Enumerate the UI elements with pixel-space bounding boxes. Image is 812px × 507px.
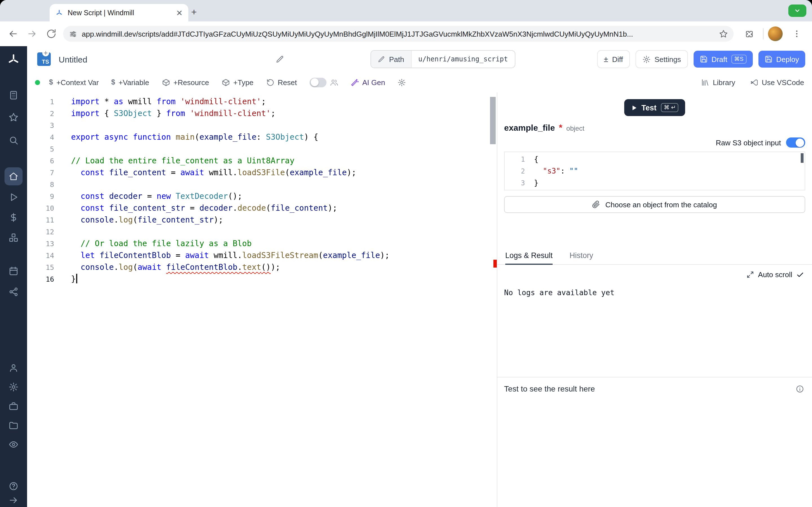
- path-label: Path: [389, 55, 404, 63]
- language-settings-icon[interactable]: [42, 50, 49, 56]
- tab-close-icon[interactable]: ✕: [176, 9, 183, 17]
- line-number: 12: [27, 226, 54, 238]
- line-number: 15: [27, 262, 54, 273]
- no-logs-message: No logs are available yet: [504, 288, 805, 297]
- ai-gen-button[interactable]: AI Gen: [350, 78, 385, 87]
- code-line: 1{: [505, 153, 805, 165]
- browser-tabstrip: New Script | Windmill ✕ +: [0, 0, 812, 21]
- browser-tab[interactable]: New Script | Windmill ✕: [50, 4, 188, 21]
- library-button[interactable]: Library: [701, 78, 735, 87]
- url-bar[interactable]: app.windmill.dev/scripts/add#JTdCJTIyaGF…: [63, 26, 733, 42]
- sidebar-item-home[interactable]: [4, 167, 22, 185]
- sidebar-collapse-icon[interactable]: [0, 492, 27, 507]
- editor-settings-button[interactable]: [398, 78, 406, 87]
- choose-object-button[interactable]: Choose an object from the catalog: [504, 196, 805, 213]
- sidebar-item-settings[interactable]: [0, 379, 27, 395]
- raw-s3-toggle[interactable]: [786, 137, 805, 148]
- code-line: 13 // Or load the file lazily as a Blob: [27, 238, 489, 249]
- sidebar-item-workspace[interactable]: [0, 398, 27, 414]
- info-icon[interactable]: [796, 385, 804, 393]
- sidebar-item-favorites[interactable]: [0, 109, 27, 125]
- add-type-button[interactable]: +Type: [221, 78, 254, 87]
- line-number: 5: [27, 143, 54, 155]
- multiplayer-toggle[interactable]: [309, 77, 338, 87]
- line-number: 2: [27, 108, 54, 119]
- package-icon: [161, 78, 170, 87]
- sidebar-item-runs[interactable]: [0, 189, 27, 205]
- code-line: 14 let fileContentBlob = await wmill.loa…: [27, 249, 489, 262]
- sidebar-item-resources[interactable]: [0, 230, 27, 245]
- script-title-input[interactable]: Untitled: [59, 54, 87, 64]
- tab-logs-result[interactable]: Logs & Result: [505, 248, 553, 265]
- draft-button[interactable]: Draft ⌘S: [693, 51, 753, 68]
- users-icon: [329, 78, 338, 87]
- reset-button[interactable]: Reset: [266, 78, 297, 87]
- add-variable-button[interactable]: $ +Variable: [111, 78, 149, 87]
- sidebar-item-apps[interactable]: [0, 87, 27, 103]
- multiplayer-switch[interactable]: [309, 77, 326, 87]
- save-icon: [700, 55, 707, 63]
- line-number: 11: [27, 214, 54, 226]
- play-icon: [631, 105, 637, 111]
- use-vscode-button[interactable]: Use VSCode: [750, 78, 804, 87]
- scrollbar-thumb[interactable]: [490, 97, 496, 144]
- sidebar-item-folders[interactable]: [0, 417, 27, 433]
- edit-path-icon: [378, 55, 385, 63]
- test-button[interactable]: Test ⌘ ↵: [624, 99, 686, 116]
- sidebar-item-user[interactable]: [0, 360, 27, 376]
- vscode-icon: [750, 78, 758, 87]
- text-caret: [77, 274, 77, 283]
- add-resource-button[interactable]: +Resource: [161, 78, 209, 87]
- typescript-badge: TS: [37, 52, 51, 66]
- dollar-icon: $: [49, 78, 53, 86]
- sidebar-item-flows[interactable]: [0, 284, 27, 300]
- sidebar-item-schedules[interactable]: [0, 263, 27, 279]
- code-line: 8: [27, 179, 489, 190]
- edit-title-icon[interactable]: [276, 55, 284, 63]
- argument-name: example_file: [504, 123, 555, 132]
- reload-button[interactable]: [42, 24, 61, 43]
- screen-share-button[interactable]: [788, 4, 806, 17]
- add-context-var-button[interactable]: $ +Context Var: [49, 78, 99, 87]
- line-number: 8: [27, 179, 54, 190]
- library-icon: [701, 78, 709, 87]
- windmill-logo[interactable]: [0, 52, 27, 68]
- settings-button[interactable]: Settings: [635, 50, 688, 68]
- path-value: u/henri/amusing_script: [412, 51, 515, 68]
- deploy-button[interactable]: Deploy: [758, 51, 805, 68]
- autoscroll-control[interactable]: Auto scroll: [505, 270, 804, 279]
- editor-toolbar: $ +Context Var $ +Variable +Resource +Ty…: [27, 72, 812, 93]
- tab-history[interactable]: History: [569, 248, 593, 264]
- code-line: 12: [27, 226, 489, 238]
- site-settings-icon[interactable]: [69, 30, 77, 38]
- draft-kbd: ⌘S: [731, 55, 746, 64]
- path-editor[interactable]: Path u/henri/amusing_script: [370, 50, 515, 68]
- browser-navbar: app.windmill.dev/scripts/add#JTdCJTIyaGF…: [0, 21, 812, 47]
- expand-icon[interactable]: [747, 271, 754, 278]
- gear-icon: [642, 55, 651, 63]
- browser-menu-icon[interactable]: [787, 24, 806, 43]
- code-line: 15 console.log(await fileContentBlob.tex…: [27, 262, 489, 273]
- line-number: 4: [27, 131, 54, 143]
- bookmark-star-icon[interactable]: [719, 29, 728, 38]
- sidebar-item-audit[interactable]: [0, 437, 27, 452]
- json-scrollbar-thumb[interactable]: [801, 153, 804, 163]
- extensions-icon[interactable]: [739, 24, 758, 43]
- help-icon[interactable]: [0, 478, 27, 494]
- back-button[interactable]: [3, 24, 22, 43]
- editor-scrollbar[interactable]: [489, 93, 497, 507]
- code-editor[interactable]: 1import * as wmill from 'windmill-client…: [27, 93, 497, 507]
- code-line: 6// Load the entire file_content as a Ui…: [27, 155, 489, 167]
- line-number: 13: [27, 238, 54, 249]
- sidebar-item-search[interactable]: [0, 132, 27, 148]
- tab-title: New Script | Windmill: [68, 9, 172, 17]
- profile-avatar[interactable]: [768, 26, 783, 41]
- reset-icon: [266, 78, 274, 87]
- diff-button[interactable]: ± Diff: [597, 50, 630, 68]
- browser-window: New Script | Windmill ✕ + app.wind: [0, 0, 812, 507]
- json-input-editor[interactable]: 1{2 "s3": ""3}: [504, 152, 805, 190]
- sidebar-item-variables[interactable]: [0, 210, 27, 225]
- json-lines: 1{2 "s3": ""3}: [505, 153, 805, 189]
- new-tab-button[interactable]: +: [187, 6, 201, 19]
- forward-button[interactable]: [22, 24, 42, 43]
